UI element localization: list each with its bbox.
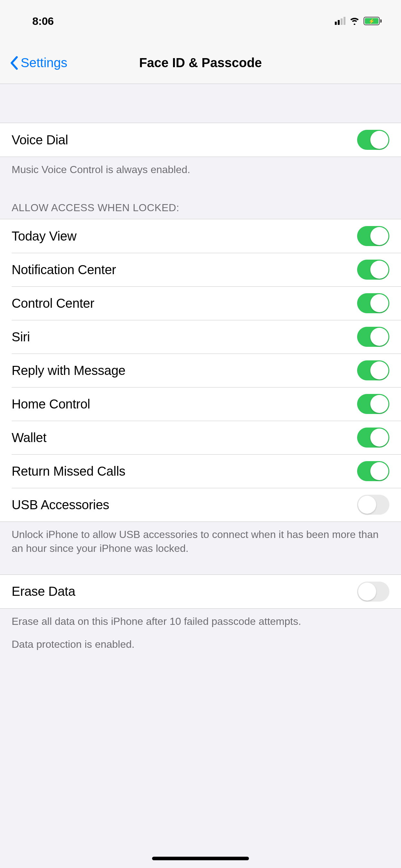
home-control-label: Home Control xyxy=(11,397,90,411)
wifi-icon xyxy=(349,17,360,25)
status-bar: 8:06 ⚡ xyxy=(0,0,401,42)
reply-with-message-toggle[interactable] xyxy=(357,361,390,380)
control-center-label: Control Center xyxy=(11,296,94,311)
voice-dial-group: Voice Dial xyxy=(0,123,401,157)
status-time: 8:06 xyxy=(32,15,54,27)
erase-data-label: Erase Data xyxy=(11,584,75,599)
erase-data-footer-1: Erase all data on this iPhone after 10 f… xyxy=(0,609,401,634)
usb-accessories-row[interactable]: USB Accessories xyxy=(0,488,401,522)
reply-with-message-label: Reply with Message xyxy=(11,363,126,378)
chevron-left-icon xyxy=(10,56,19,70)
erase-data-group: Erase Data xyxy=(0,575,401,609)
today-view-label: Today View xyxy=(11,229,76,244)
allow-access-group: Today View Notification Center Control C… xyxy=(0,219,401,522)
erase-data-toggle[interactable] xyxy=(357,582,390,601)
battery-charging-icon: ⚡ xyxy=(364,17,382,25)
notification-center-row[interactable]: Notification Center xyxy=(0,253,401,286)
spacer xyxy=(0,562,401,575)
allow-access-header: ALLOW ACCESS WHEN LOCKED: xyxy=(0,182,401,219)
today-view-toggle[interactable] xyxy=(357,226,390,246)
navigation-bar: Settings Face ID & Passcode xyxy=(0,42,401,84)
reply-with-message-row[interactable]: Reply with Message xyxy=(0,353,401,387)
siri-toggle[interactable] xyxy=(357,327,390,347)
wallet-row[interactable]: Wallet xyxy=(0,421,401,454)
home-control-row[interactable]: Home Control xyxy=(0,387,401,421)
status-indicators: ⚡ xyxy=(335,17,382,25)
control-center-toggle[interactable] xyxy=(357,293,390,313)
siri-row[interactable]: Siri xyxy=(0,320,401,353)
siri-label: Siri xyxy=(11,330,30,344)
today-view-row[interactable]: Today View xyxy=(0,219,401,253)
spacer xyxy=(0,84,401,123)
notification-center-label: Notification Center xyxy=(11,262,116,277)
erase-data-row[interactable]: Erase Data xyxy=(0,575,401,609)
usb-accessories-footer: Unlock iPhone to allow USB accessories t… xyxy=(0,522,401,561)
voice-dial-toggle[interactable] xyxy=(357,130,390,150)
home-indicator[interactable] xyxy=(152,857,249,860)
voice-dial-row[interactable]: Voice Dial xyxy=(0,123,401,157)
return-missed-calls-row[interactable]: Return Missed Calls xyxy=(0,454,401,488)
usb-accessories-label: USB Accessories xyxy=(11,498,109,512)
back-label: Settings xyxy=(21,56,67,70)
notification-center-toggle[interactable] xyxy=(357,259,390,280)
home-control-toggle[interactable] xyxy=(357,394,390,414)
control-center-row[interactable]: Control Center xyxy=(0,286,401,320)
return-missed-calls-toggle[interactable] xyxy=(357,461,390,481)
usb-accessories-toggle[interactable] xyxy=(357,495,390,515)
page-title: Face ID & Passcode xyxy=(139,56,262,70)
back-button[interactable]: Settings xyxy=(10,56,67,70)
cellular-signal-icon xyxy=(335,17,345,25)
voice-dial-footer: Music Voice Control is always enabled. xyxy=(0,157,401,182)
wallet-toggle[interactable] xyxy=(357,428,390,447)
return-missed-calls-label: Return Missed Calls xyxy=(11,464,125,478)
erase-data-footer-2: Data protection is enabled. xyxy=(0,634,401,657)
voice-dial-label: Voice Dial xyxy=(11,133,68,147)
wallet-label: Wallet xyxy=(11,430,47,445)
